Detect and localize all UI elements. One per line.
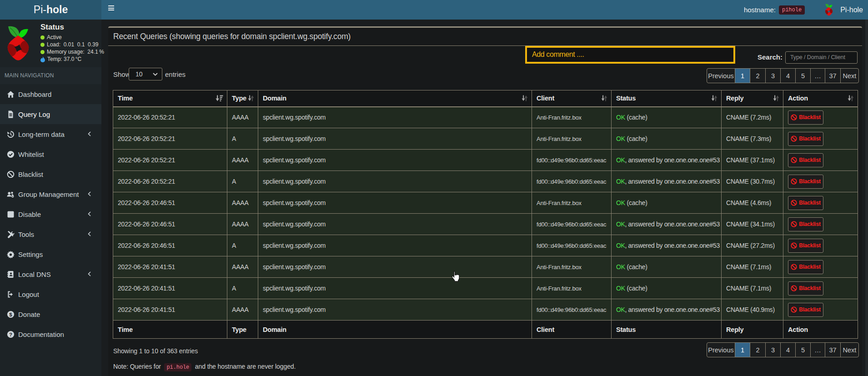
svg-text:?: ? (9, 331, 12, 337)
svg-text:$: $ (9, 311, 12, 317)
